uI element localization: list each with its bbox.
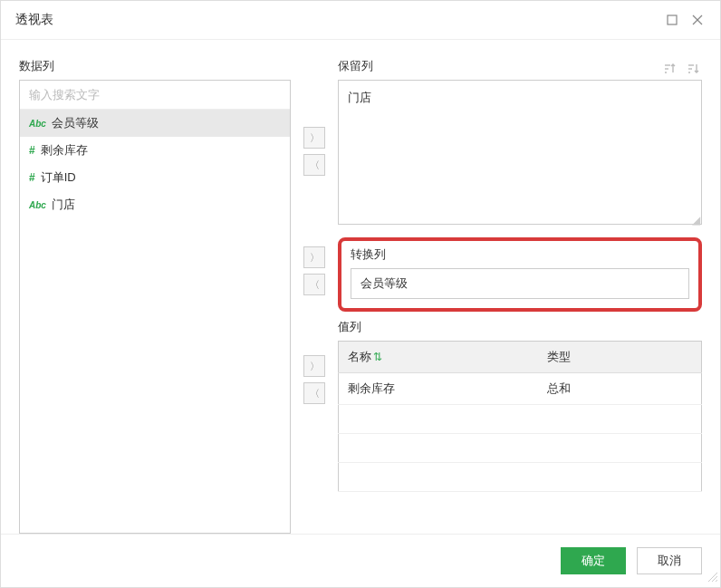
maximize-button[interactable]: [664, 12, 680, 28]
move-right-retain-button[interactable]: 〉: [303, 127, 325, 149]
text-type-icon: Abc: [29, 119, 46, 129]
titlebar: 透视表: [1, 1, 720, 40]
retain-columns-label: 保留列: [338, 58, 655, 74]
transform-highlight: 转换列 会员等级: [338, 237, 702, 312]
ok-button[interactable]: 确定: [561, 547, 626, 574]
close-button[interactable]: [689, 12, 706, 28]
transform-columns-list[interactable]: 会员等级: [351, 268, 689, 299]
search-input[interactable]: [20, 81, 290, 110]
retain-columns-list[interactable]: 门店: [338, 80, 702, 225]
move-right-transform-button[interactable]: 〉: [303, 246, 325, 268]
value-name-cell: 剩余库存: [339, 373, 539, 405]
sort-asc-icon[interactable]: [660, 60, 678, 78]
table-row: [339, 434, 702, 463]
column-name: 会员等级: [52, 115, 99, 131]
value-type-cell: 总和: [538, 373, 701, 405]
data-column-item[interactable]: #订单ID: [20, 164, 290, 191]
data-column-item[interactable]: Abc会员等级: [20, 110, 290, 137]
data-columns-panel: 数据列 Abc会员等级#剩余库存#订单IDAbc门店: [19, 58, 291, 534]
dialog-body: 数据列 Abc会员等级#剩余库存#订单IDAbc门店 〉 〈 〉 〈 〉 〈: [1, 40, 720, 534]
cancel-button[interactable]: 取消: [637, 547, 702, 574]
pivot-dialog: 透视表 数据列 Abc会员等级#剩余库存#订单IDAbc门店 〉 〈 〉: [0, 0, 721, 588]
dialog-resize-handle-icon[interactable]: [706, 570, 718, 585]
table-row: [339, 463, 702, 492]
text-type-icon: Abc: [29, 200, 46, 210]
number-type-icon: #: [29, 171, 35, 184]
resize-handle-icon[interactable]: ◢: [338, 214, 700, 227]
table-row: [339, 405, 702, 434]
value-table-header-name[interactable]: 名称⇅: [339, 342, 539, 373]
column-name: 订单ID: [41, 169, 76, 186]
dialog-title: 透视表: [15, 12, 655, 28]
sort-desc-icon[interactable]: [684, 60, 702, 78]
value-table-header-type[interactable]: 类型: [538, 342, 701, 373]
data-columns-label: 数据列: [19, 58, 291, 74]
transfer-buttons: 〉 〈 〉 〈 〉 〈: [302, 58, 327, 534]
transform-column-item[interactable]: 会员等级: [360, 275, 408, 292]
dialog-footer: 确定 取消: [1, 534, 720, 587]
data-columns-list: Abc会员等级#剩余库存#订单IDAbc门店: [19, 80, 291, 534]
data-column-item[interactable]: #剩余库存: [20, 137, 290, 164]
column-name: 门店: [52, 197, 75, 213]
move-right-value-button[interactable]: 〉: [303, 355, 325, 377]
value-columns-label: 值列: [338, 319, 702, 335]
number-type-icon: #: [29, 144, 35, 157]
svg-line-11: [716, 580, 717, 582]
right-panel: 保留列 门店 ◢ 转换列 会员等级: [338, 58, 702, 534]
transform-columns-label: 转换列: [351, 246, 689, 263]
move-left-value-button[interactable]: 〈: [303, 382, 325, 404]
retain-column-item[interactable]: 门店: [348, 88, 692, 108]
move-left-retain-button[interactable]: 〈: [303, 154, 325, 176]
move-left-transform-button[interactable]: 〈: [303, 274, 325, 295]
column-name: 剩余库存: [41, 142, 88, 159]
data-column-item[interactable]: Abc门店: [20, 191, 290, 218]
sort-indicator-icon: ⇅: [373, 351, 382, 363]
value-columns-table: 名称⇅ 类型 剩余库存总和: [338, 341, 702, 492]
svg-rect-0: [668, 15, 677, 24]
table-row[interactable]: 剩余库存总和: [339, 373, 702, 405]
